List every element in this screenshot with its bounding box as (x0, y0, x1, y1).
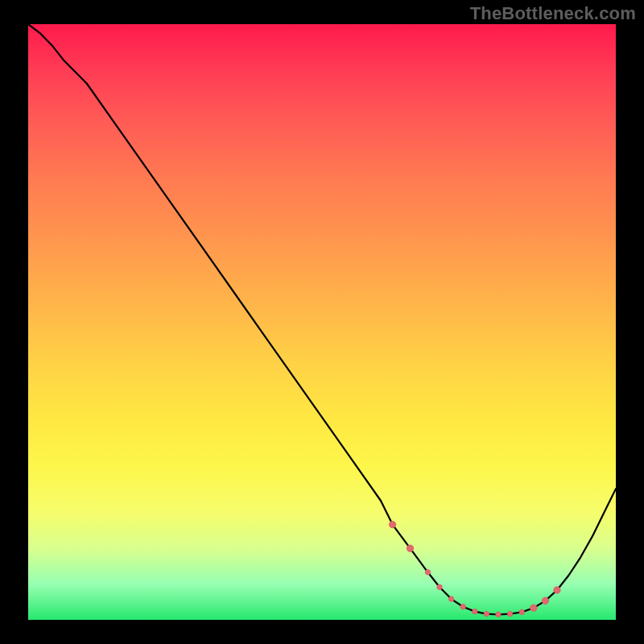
curve-marker (425, 570, 430, 575)
plot-area (28, 24, 616, 620)
watermark-text: TheBottleneck.com (470, 3, 636, 24)
curve-marker (389, 521, 395, 527)
curve-svg (28, 24, 616, 620)
curve-marker (448, 597, 453, 601)
curve-marker (437, 584, 442, 589)
curve-marker (507, 611, 512, 616)
curve-marker (484, 611, 489, 616)
curve-markers (389, 521, 560, 617)
chart-frame: TheBottleneck.com (0, 0, 644, 644)
curve-marker (460, 605, 465, 609)
bottleneck-curve (28, 24, 616, 614)
curve-marker (473, 609, 477, 613)
curve-marker (407, 545, 413, 551)
curve-marker (542, 597, 548, 604)
curve-marker (519, 609, 524, 614)
curve-marker (496, 612, 501, 617)
curve-marker (554, 587, 560, 593)
curve-marker (530, 605, 537, 611)
